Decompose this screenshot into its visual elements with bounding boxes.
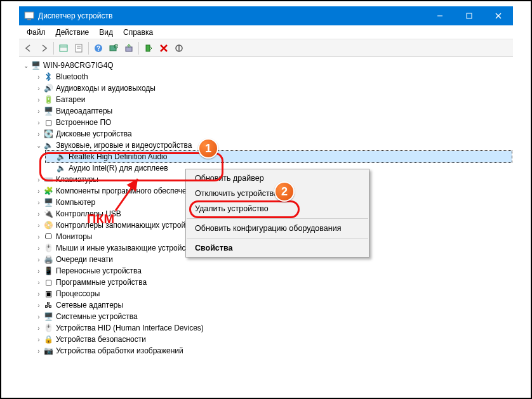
- enable-device-button[interactable]: [142, 41, 156, 55]
- tree-hid[interactable]: ›🖱️Устройства HID (Human Interface Devic…: [33, 322, 512, 334]
- show-hide-tree-button[interactable]: [57, 41, 70, 55]
- portable-icon: 📱: [43, 266, 53, 276]
- svg-rect-6: [60, 45, 67, 51]
- printer-icon: 🖨️: [43, 254, 53, 265]
- annotation-ring-2: [189, 200, 300, 218]
- ctx-scan-hardware[interactable]: Обновить конфигурацию оборудования: [186, 221, 369, 236]
- storage-icon: 📀: [43, 220, 53, 230]
- update-driver-button[interactable]: [122, 41, 136, 55]
- toolbar: ?: [19, 39, 513, 57]
- disk-icon: 💽: [43, 129, 53, 139]
- disable-button[interactable]: [172, 41, 186, 55]
- tree-processors[interactable]: ›▣Процессоры: [33, 288, 512, 299]
- hid-icon: 🖱️: [43, 323, 53, 333]
- app-icon: [24, 11, 34, 21]
- bluetooth-icon: [43, 72, 53, 82]
- maximize-button[interactable]: [455, 6, 484, 25]
- monitor-icon: 🖵: [43, 232, 53, 242]
- tree-software-devices[interactable]: ›▢Программные устройства: [33, 277, 512, 288]
- svg-line-18: [116, 179, 138, 211]
- tree-security-devices[interactable]: ›🔒Устройства безопасности: [33, 334, 512, 345]
- imaging-icon: 📷: [43, 346, 53, 356]
- tree-audio-io[interactable]: ›🔊Аудиовходы и аудиовыходы: [33, 82, 512, 94]
- tree-firmware[interactable]: ›▢Встроенное ПО: [33, 117, 512, 128]
- tree-system-devices[interactable]: ›🖥️Системные устройства: [33, 311, 512, 322]
- usb-icon: 🔌: [43, 209, 53, 219]
- tree-imaging-devices[interactable]: ›📷Устройства обработки изображений: [33, 345, 512, 356]
- tree-sound-video-game[interactable]: ⌄🔈Звуковые, игровые и видеоустройства: [33, 140, 512, 151]
- help-button[interactable]: ?: [91, 41, 105, 55]
- menu-view[interactable]: Вид: [94, 27, 118, 38]
- battery-icon: 🔋: [43, 95, 53, 105]
- computer-icon: 🖥️: [30, 60, 41, 70]
- menu-action[interactable]: Действие: [51, 27, 95, 38]
- tree-video-adapters[interactable]: ›🖥️Видеоадаптеры: [33, 105, 512, 117]
- tree-bluetooth[interactable]: ›Bluetooth: [33, 71, 512, 82]
- software-device-icon: ▢: [43, 277, 53, 287]
- svg-rect-15: [126, 47, 132, 51]
- annotation-arrow: [109, 173, 147, 217]
- component-icon: 🧩: [43, 186, 53, 196]
- tree-root[interactable]: ⌄🖥️WIN-9A8CRG7IG4Q: [20, 60, 512, 71]
- chip-icon: ▢: [43, 117, 53, 128]
- svg-text:?: ?: [96, 45, 100, 52]
- svg-rect-1: [27, 19, 31, 20]
- svg-rect-3: [467, 13, 472, 18]
- svg-rect-0: [25, 12, 34, 18]
- mouse-icon: 🖱️: [43, 243, 53, 253]
- forward-button[interactable]: [37, 41, 51, 55]
- title-bar: Диспетчер устройств: [19, 6, 513, 25]
- speaker-icon: 🔊: [43, 83, 53, 93]
- system-device-icon: 🖥️: [43, 311, 53, 322]
- close-button[interactable]: [484, 6, 513, 25]
- annotation-badge-2: 2: [274, 181, 295, 202]
- uninstall-button[interactable]: [157, 41, 171, 55]
- tree-batteries[interactable]: ›🔋Батареи: [33, 94, 512, 105]
- annotation-badge-1: 1: [198, 138, 218, 159]
- minimize-button[interactable]: [425, 6, 455, 25]
- window-title: Диспетчер устройств: [38, 11, 112, 20]
- network-icon: 🖧: [43, 300, 53, 310]
- computer-icon: 🖥️: [43, 197, 53, 207]
- menu-bar: Файл Действие Вид Справка: [19, 25, 513, 39]
- speaker-icon: 🔈: [43, 140, 53, 150]
- cpu-icon: ▣: [43, 289, 53, 299]
- back-button[interactable]: [22, 41, 36, 55]
- security-icon: 🔒: [43, 334, 53, 344]
- ctx-properties[interactable]: Свойства: [186, 240, 369, 256]
- menu-help[interactable]: Справка: [118, 27, 158, 38]
- tree-network-adapters[interactable]: ›🖧Сетевые адаптеры: [33, 299, 512, 311]
- ctx-separator: [187, 238, 368, 239]
- tree-portable-devices[interactable]: ›📱Переносные устройства: [33, 265, 512, 277]
- ctx-separator: [187, 218, 368, 219]
- svg-rect-16: [146, 45, 150, 51]
- tree-disk-drives[interactable]: ›💽Дисковые устройства: [33, 128, 512, 140]
- properties-button[interactable]: [72, 41, 86, 55]
- menu-file[interactable]: Файл: [22, 27, 51, 38]
- display-adapter-icon: 🖥️: [43, 106, 53, 116]
- scan-hardware-button[interactable]: [107, 41, 121, 55]
